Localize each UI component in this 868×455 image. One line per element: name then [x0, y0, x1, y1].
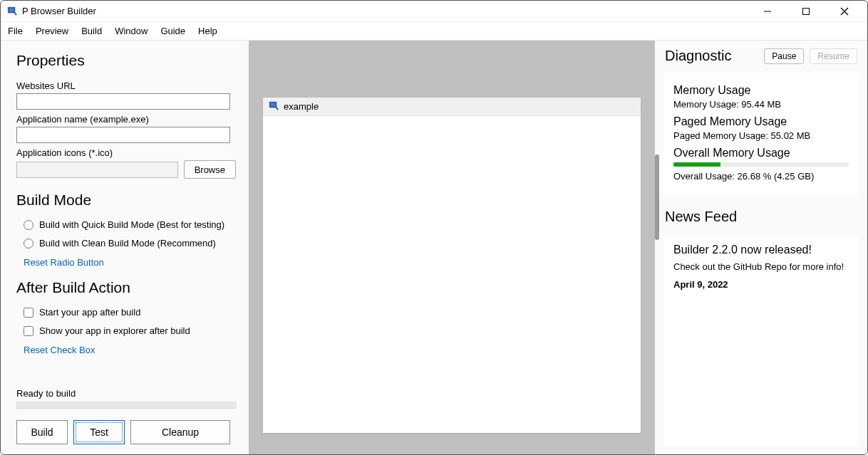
- window-controls: [755, 1, 862, 21]
- build-button[interactable]: Build: [16, 420, 68, 444]
- reset-check-link[interactable]: Reset Check Box: [24, 345, 236, 355]
- overall-memory-text: Overall Usage: 26.68 % (4.25 GB): [673, 171, 849, 182]
- check-show-explorer[interactable]: Show your app in explorer after build: [24, 325, 236, 336]
- resume-button[interactable]: Resume: [810, 48, 857, 64]
- preview-title: example: [284, 101, 319, 112]
- build-progress: [16, 402, 236, 409]
- websites-url-input[interactable]: [16, 93, 230, 110]
- buildmode-heading: Build Mode: [16, 192, 236, 209]
- menu-help[interactable]: Help: [198, 26, 217, 36]
- radio-quick-label: Build with Quick Build Mode (Best for te…: [39, 219, 224, 230]
- maximize-button[interactable]: [793, 1, 819, 21]
- diagnostic-card: Memory Usage Memory Usage: 95.44 MB Page…: [663, 73, 859, 197]
- paged-memory-title: Paged Memory Usage: [673, 115, 849, 128]
- preview-area: example: [249, 41, 655, 454]
- menubar: File Preview Build Window Guide Help: [1, 22, 867, 41]
- check-start-label: Start your app after build: [39, 307, 140, 318]
- newsfeed-heading: News Feed: [665, 209, 857, 225]
- right-panel: Diagnostic Pause Resume Memory Usage Mem…: [655, 41, 867, 454]
- close-button[interactable]: [832, 1, 857, 21]
- svg-rect-1: [9, 9, 14, 12]
- menu-build[interactable]: Build: [81, 26, 102, 36]
- titlebar: P Browser Builder: [1, 1, 867, 22]
- radio-clean-label: Build with Clean Build Mode (Recommend): [39, 238, 216, 249]
- memory-usage-title: Memory Usage: [673, 84, 849, 97]
- svg-rect-7: [271, 103, 276, 106]
- menu-guide[interactable]: Guide: [160, 26, 185, 36]
- preview-window: example: [263, 98, 641, 433]
- status-text: Ready to build: [16, 388, 236, 399]
- reset-radio-link[interactable]: Reset Radio Button: [24, 257, 236, 268]
- minimize-button[interactable]: [755, 1, 780, 21]
- preview-app-icon: [269, 100, 279, 113]
- menu-file[interactable]: File: [8, 26, 23, 36]
- properties-heading: Properties: [16, 52, 236, 69]
- svg-rect-3: [803, 8, 810, 14]
- newsfeed-header: News Feed: [655, 197, 867, 228]
- browse-button[interactable]: Browse: [184, 160, 236, 179]
- check-show-label: Show your app in explorer after build: [39, 325, 190, 336]
- appname-input[interactable]: [16, 127, 230, 143]
- appicons-label: Application icons (*.ico): [16, 147, 236, 158]
- radio-clean-input[interactable]: [24, 239, 33, 249]
- cleanup-button[interactable]: Cleanup: [130, 420, 230, 444]
- app-icon: [6, 6, 18, 17]
- diagnostic-header: Diagnostic Pause Resume: [655, 41, 867, 64]
- properties-panel: Properties Websites URL Application name…: [1, 41, 249, 454]
- news-body: Check out the GitHub Repo for more info!: [673, 261, 849, 273]
- preview-titlebar: example: [263, 98, 641, 116]
- overall-memory-fill: [673, 162, 720, 167]
- websites-url-label: Websites URL: [16, 80, 236, 91]
- check-show-input[interactable]: [24, 326, 33, 336]
- check-start-app[interactable]: Start your app after build: [24, 307, 236, 318]
- overall-memory-meter: [673, 162, 849, 167]
- afterbuild-heading: After Build Action: [16, 279, 236, 296]
- pause-button[interactable]: Pause: [764, 48, 804, 64]
- newsfeed-card: Builder 2.2.0 now released! Check out th…: [663, 236, 859, 446]
- diagnostic-heading: Diagnostic: [665, 48, 758, 64]
- radio-quick-input[interactable]: [24, 220, 33, 230]
- menu-window[interactable]: Window: [115, 26, 148, 36]
- menu-preview[interactable]: Preview: [36, 26, 68, 36]
- overall-memory-title: Overall Memory Usage: [673, 147, 849, 159]
- radio-quick-build[interactable]: Build with Quick Build Mode (Best for te…: [24, 219, 236, 230]
- check-start-input[interactable]: [24, 308, 33, 318]
- radio-clean-build[interactable]: Build with Clean Build Mode (Recommend): [24, 238, 236, 249]
- memory-usage-text: Memory Usage: 95.44 MB: [673, 99, 849, 110]
- appname-label: Application name (example.exe): [16, 114, 236, 125]
- appicons-input[interactable]: [16, 162, 178, 178]
- window-title: P Browser Builder: [22, 6, 96, 16]
- news-date: April 9, 2022: [673, 279, 849, 290]
- paged-memory-text: Paged Memory Usage: 55.02 MB: [673, 130, 849, 141]
- news-title: Builder 2.2.0 now released!: [673, 244, 849, 256]
- preview-scrollbar[interactable]: [655, 155, 659, 240]
- test-button[interactable]: Test: [73, 420, 125, 444]
